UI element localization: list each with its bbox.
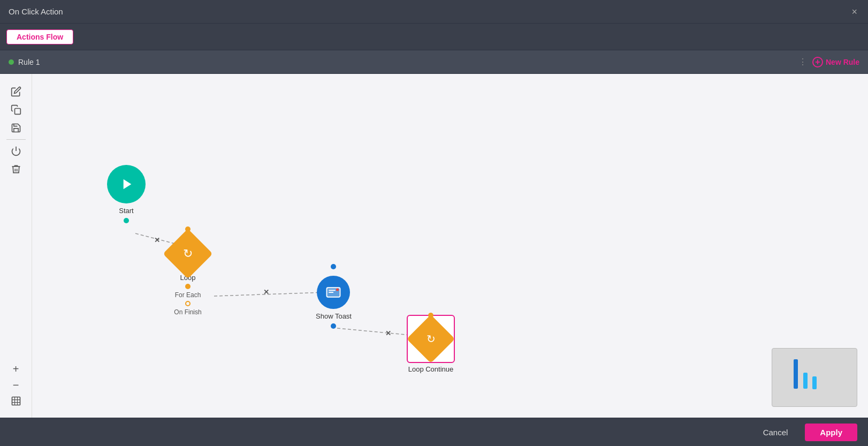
fit-button[interactable] — [8, 393, 24, 409]
rule-label: Rule 1 — [9, 58, 40, 66]
close-button[interactable]: × — [849, 5, 859, 19]
connection-x-1: ✕ — [154, 236, 160, 244]
start-node[interactable]: Start — [107, 165, 146, 223]
separator-icon: ⋮ — [798, 57, 807, 67]
canvas[interactable]: ✕ ✕ ✕ Start ↻ Loop For Each On Finish — [32, 74, 868, 418]
dialog-title: On Click Action — [9, 7, 63, 16]
loop-icon: ↻ — [183, 247, 193, 261]
loop-node[interactable]: ↻ Loop For Each On Finish — [170, 226, 205, 316]
rule-actions: ⋮ + New Rule — [798, 57, 859, 67]
left-toolbar: + − — [0, 74, 32, 418]
apply-button[interactable]: Apply — [805, 424, 857, 441]
svg-line-4 — [214, 292, 325, 296]
loop-continue-box[interactable]: ↻ — [407, 315, 455, 363]
new-rule-label: New Rule — [826, 58, 859, 66]
loop-onfinish-connector[interactable] — [185, 301, 191, 306]
toolbar-divider — [6, 139, 26, 140]
loop-continue-label: Loop Continue — [408, 365, 454, 373]
rule-bar: Rule 1 ⋮ + New Rule — [0, 50, 868, 74]
loop-continue-diamond[interactable]: ↻ — [407, 315, 455, 364]
start-node-label: Start — [119, 207, 133, 215]
minimap-bar-3 — [812, 376, 817, 389]
bottom-bar: Cancel Apply — [0, 418, 868, 446]
plus-circle-icon: + — [812, 57, 823, 67]
minimap-bar-2 — [803, 373, 808, 389]
svg-rect-0 — [14, 109, 20, 115]
loop-foreach-label: For Each — [175, 291, 201, 299]
tab-bar: Actions Flow — [0, 24, 868, 50]
mini-map-inner — [772, 349, 857, 406]
minimap-bar-1 — [794, 359, 798, 389]
tab-actions-flow[interactable]: Actions Flow — [6, 29, 73, 44]
rule-name: Rule 1 — [18, 58, 40, 66]
loop-continue-icon: ↻ — [427, 332, 436, 345]
loop-diamond[interactable]: ↻ — [163, 229, 212, 278]
toast-output-connector[interactable] — [331, 323, 336, 329]
connection-x-2: ✕ — [263, 288, 269, 296]
svg-point-11 — [336, 289, 339, 291]
new-rule-button[interactable]: + New Rule — [812, 57, 859, 67]
edit-tool-button[interactable] — [7, 82, 25, 101]
rule-status-dot — [9, 59, 14, 65]
mini-map — [772, 348, 857, 407]
save-tool-button[interactable] — [7, 119, 25, 137]
loop-onfinish-label: On Finish — [174, 308, 201, 316]
svg-marker-6 — [124, 179, 132, 190]
toast-circle[interactable] — [317, 276, 350, 309]
delete-tool-button[interactable] — [7, 160, 25, 178]
svg-rect-2 — [12, 397, 20, 405]
loop-foreach-connector[interactable] — [185, 284, 191, 289]
zoom-out-button[interactable]: − — [8, 377, 24, 393]
toast-node[interactable]: Show Toast — [316, 264, 352, 329]
toast-input-connector[interactable] — [331, 264, 336, 269]
start-output-connector[interactable] — [124, 218, 129, 223]
connection-x-3: ✕ — [385, 329, 391, 337]
title-bar: On Click Action × — [0, 0, 868, 24]
main-area: + − ✕ ✕ ✕ Start — [0, 74, 868, 418]
zoom-in-button[interactable]: + — [8, 361, 24, 377]
loop-continue-node[interactable]: ↻ Loop Continue — [407, 315, 455, 373]
copy-tool-button[interactable] — [7, 101, 25, 119]
start-node-circle[interactable] — [107, 165, 146, 203]
power-tool-button[interactable] — [7, 142, 25, 160]
toast-node-label: Show Toast — [316, 312, 352, 320]
cancel-button[interactable]: Cancel — [752, 424, 799, 441]
